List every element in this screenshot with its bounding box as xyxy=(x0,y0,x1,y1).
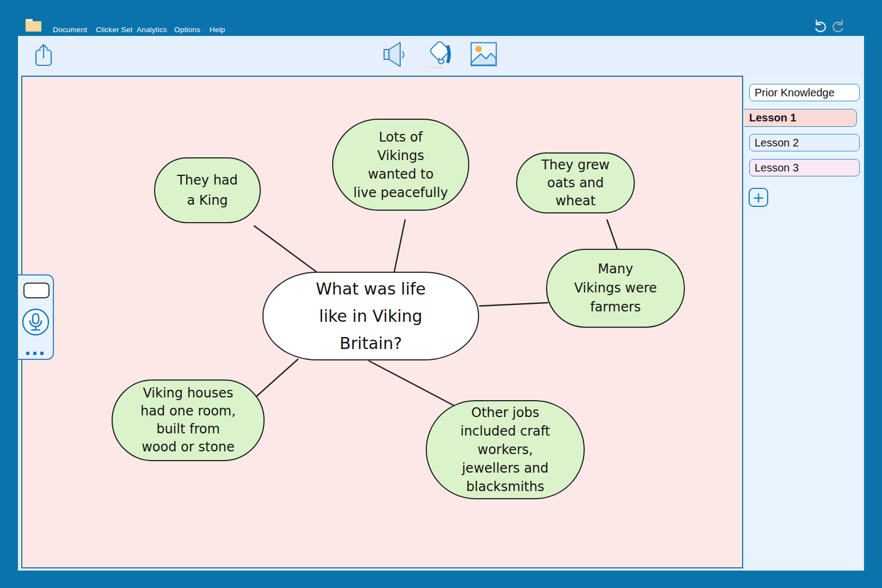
tab-prior-knowledge[interactable]: Prior Knowledge xyxy=(749,84,860,101)
microphone-button[interactable] xyxy=(22,308,50,336)
speaker-icon[interactable] xyxy=(383,41,407,68)
add-page-button[interactable]: + xyxy=(749,188,768,207)
mindmap-node-farmers[interactable]: Many Vikings were farmers xyxy=(546,249,685,328)
mindmap-node-oats-wheat[interactable]: They grew oats and wheat xyxy=(516,152,635,213)
redo-icon[interactable] xyxy=(831,19,846,32)
mindmap-canvas[interactable]: What was life like in Viking Britain? Th… xyxy=(21,76,743,568)
menu-help[interactable]: Help xyxy=(210,26,225,34)
quick-tools-panel xyxy=(18,274,54,360)
mindmap-center-node[interactable]: What was life like in Viking Britain? xyxy=(262,272,479,360)
tab-lesson-3[interactable]: Lesson 3 xyxy=(749,159,860,176)
paint-fill-icon[interactable] xyxy=(428,40,454,66)
paint-color-indicator xyxy=(430,66,444,68)
menu-document[interactable]: Document xyxy=(53,26,87,34)
tab-lesson-1[interactable]: Lesson 1 xyxy=(744,109,857,127)
clicker-app-window: Document Clicker Set Analytics Options H… xyxy=(0,0,882,588)
undo-icon[interactable] xyxy=(813,19,827,32)
document-window: What was life like in Viking Britain? Th… xyxy=(18,36,864,571)
share-icon[interactable] xyxy=(34,43,53,67)
lesson-sidebar: Prior Knowledge Lesson 1 Lesson 2 Lesson… xyxy=(746,76,862,568)
menu-options[interactable]: Options xyxy=(174,26,200,34)
menu-analytics[interactable]: Analytics xyxy=(137,26,167,34)
mindmap-node-king[interactable]: They had a King xyxy=(154,157,261,223)
tab-lesson-2[interactable]: Lesson 2 xyxy=(749,134,860,151)
mindmap-node-other-jobs[interactable]: Other jobs included craft workers, jewel… xyxy=(426,400,585,499)
mindmap-node-peacefully[interactable]: Lots of Vikings wanted to live peacefull… xyxy=(332,119,469,211)
blank-cell-button[interactable] xyxy=(23,283,50,298)
menu-clicker-set[interactable]: Clicker Set xyxy=(96,26,132,34)
more-options-icon[interactable] xyxy=(26,352,44,355)
mindmap-node-houses[interactable]: Viking houses had one room, built from w… xyxy=(112,379,265,461)
folder-icon[interactable] xyxy=(25,17,42,34)
title-bar: Document Clicker Set Analytics Options H… xyxy=(0,0,882,36)
picture-icon[interactable] xyxy=(470,42,497,66)
